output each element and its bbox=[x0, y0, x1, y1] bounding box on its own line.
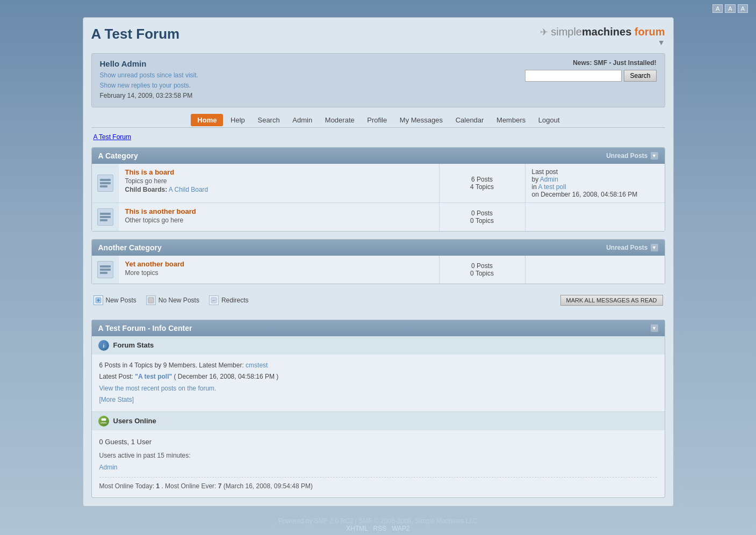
news-label: News: bbox=[573, 59, 592, 67]
unread-posts-link[interactable]: Show unread posts since last visit. bbox=[100, 71, 198, 79]
category-1-name: A Category bbox=[98, 151, 138, 160]
latest-member-link[interactable]: cmstest bbox=[246, 362, 268, 369]
board-2-icon bbox=[97, 208, 113, 226]
svg-text:↩: ↩ bbox=[212, 299, 215, 302]
board-row: This is another board Other topics go he… bbox=[92, 203, 665, 231]
forum-title: A Test Forum bbox=[91, 26, 180, 42]
users-online-body: 0 Guests, 1 User Users active in past 15… bbox=[92, 430, 665, 497]
board-1-children: Child Boards: A Child Board bbox=[125, 186, 433, 193]
last-post-by: by Admin bbox=[532, 176, 658, 183]
stats-line: 6 Posts in 4 Topics by 9 Members. Latest… bbox=[99, 362, 244, 369]
footer-xhtml-link[interactable]: XHTML bbox=[346, 525, 368, 532]
greeting-heading: Hello Admin bbox=[100, 59, 198, 68]
board-1-icon bbox=[97, 175, 113, 192]
forum-stats-header: i Forum Stats bbox=[92, 336, 665, 355]
category-2-unread[interactable]: Unread Posts ▼ bbox=[606, 244, 658, 251]
logo-area: ✈ simplemachines forum ▼ bbox=[540, 26, 665, 47]
footer: Powered by SMF 2.0 RC2 | SMF © 2006-2009… bbox=[0, 507, 756, 535]
forum-stats-body: 6 Posts in 4 Topics by 9 Members. Latest… bbox=[92, 355, 665, 411]
nav-my-messages[interactable]: My Messages bbox=[394, 114, 448, 126]
footer-links: XHTML RSS WAP2 bbox=[11, 525, 745, 532]
font-large-button[interactable]: A bbox=[738, 4, 748, 13]
forum-stats-icon: i bbox=[98, 340, 109, 351]
forum-stats-label: Forum Stats bbox=[113, 341, 154, 349]
news-content: SMF - Just Installed! bbox=[594, 59, 657, 67]
svg-rect-12 bbox=[148, 298, 154, 303]
active-user-link[interactable]: Admin bbox=[99, 464, 118, 471]
footer-wap2-link[interactable]: WAP2 bbox=[392, 525, 410, 532]
category-2: Another Category Unread Posts ▼ Yet anot… bbox=[91, 239, 665, 284]
nav-calendar[interactable]: Calendar bbox=[450, 114, 489, 126]
last-post-label: Last post bbox=[532, 168, 658, 176]
board-2-topics: 0 Topics bbox=[446, 217, 519, 225]
most-online: Most Online Today: 1 . Most Online Ever:… bbox=[99, 477, 657, 493]
nav-help[interactable]: Help bbox=[225, 114, 250, 126]
category-2-chevron-icon: ▼ bbox=[651, 244, 658, 251]
header-search-input[interactable] bbox=[525, 70, 622, 82]
svg-rect-5 bbox=[100, 219, 107, 221]
logo-text: ✈ simplemachines forum bbox=[540, 26, 665, 38]
board-row: This is a board Topics go here Child Boa… bbox=[92, 164, 665, 203]
nav-profile[interactable]: Profile bbox=[362, 114, 392, 126]
redirects-icon: ↩ bbox=[209, 295, 219, 305]
board-3-icon-cell bbox=[92, 256, 119, 284]
header-search-button[interactable]: Search bbox=[624, 70, 656, 82]
board-row: Yet another board More topics 0 Posts 0 … bbox=[92, 256, 665, 284]
footer-rss-link[interactable]: RSS bbox=[373, 525, 386, 532]
legend-bar: New Posts No New Posts ↩ Redirects MARK … bbox=[91, 292, 665, 309]
board-3-stats: 0 Posts 0 Topics bbox=[439, 256, 525, 284]
board-2-stats: 0 Posts 0 Topics bbox=[439, 203, 525, 231]
board-1-topics: 4 Topics bbox=[446, 183, 519, 191]
header-bar: Hello Admin Show unread posts since last… bbox=[91, 53, 665, 107]
new-replies-link[interactable]: Show new replies to your posts. bbox=[100, 82, 191, 89]
svg-text:i: i bbox=[103, 343, 104, 349]
board-1-icon-cell bbox=[92, 164, 119, 203]
breadcrumb: A Test Forum bbox=[91, 132, 665, 142]
last-post-topic-link[interactable]: A test poll bbox=[538, 183, 566, 191]
info-center-header: A Test Forum - Info Center ▼ bbox=[92, 320, 665, 336]
legend-new-posts-label: New Posts bbox=[106, 297, 136, 304]
child-board-link[interactable]: A Child Board bbox=[169, 186, 208, 193]
nav-logout[interactable]: Logout bbox=[533, 114, 565, 126]
mark-all-button[interactable]: MARK ALL MESSAGES AS READ bbox=[560, 295, 663, 306]
latest-post-date: ( December 16, 2008, 04:58:16 PM ) bbox=[174, 373, 279, 380]
nav-home[interactable]: Home bbox=[191, 114, 223, 126]
svg-rect-3 bbox=[100, 213, 111, 215]
legend-no-new-posts-label: No New Posts bbox=[159, 297, 199, 304]
board-1-posts: 6 Posts bbox=[446, 176, 519, 183]
nav-admin[interactable]: Admin bbox=[287, 114, 318, 126]
font-medium-button[interactable]: A bbox=[725, 4, 735, 13]
svg-rect-8 bbox=[100, 272, 107, 274]
svg-rect-7 bbox=[100, 269, 111, 271]
more-stats-link[interactable]: [More Stats] bbox=[99, 396, 134, 403]
legend-redirects: ↩ Redirects bbox=[209, 295, 249, 305]
category-1: A Category Unread Posts ▼ This is a boar… bbox=[91, 147, 665, 232]
legend-redirects-label: Redirects bbox=[221, 297, 249, 304]
header-search-row: Search bbox=[525, 70, 656, 82]
board-3-name-link[interactable]: Yet another board bbox=[125, 260, 185, 268]
users-online-section: Users Online 0 Guests, 1 User Users acti… bbox=[92, 412, 665, 497]
category-1-unread[interactable]: Unread Posts ▼ bbox=[606, 152, 658, 160]
footer-powered: Powered by SMF 2.0 RC2 | SMF © 2006-2009… bbox=[11, 517, 745, 525]
nav-moderate[interactable]: Moderate bbox=[320, 114, 360, 126]
category-1-chevron-icon: ▼ bbox=[651, 152, 658, 160]
board-2-name-link[interactable]: This is another board bbox=[125, 207, 196, 215]
board-2-icon-cell bbox=[92, 203, 119, 231]
font-small-button[interactable]: A bbox=[712, 4, 723, 13]
active-label: Users active in past 15 minutes: bbox=[99, 450, 657, 462]
users-online-label: Users Online bbox=[113, 417, 156, 425]
info-center-chevron-icon: ▼ bbox=[651, 324, 658, 332]
breadcrumb-link[interactable]: A Test Forum bbox=[93, 133, 131, 141]
nav-members[interactable]: Members bbox=[491, 114, 531, 126]
nav-search[interactable]: Search bbox=[252, 114, 285, 126]
users-online-header: Users Online bbox=[92, 412, 665, 430]
online-count: 0 Guests, 1 User bbox=[99, 436, 657, 448]
board-1-name-link[interactable]: This is a board bbox=[125, 168, 175, 176]
board-1-desc: Topics go here bbox=[125, 177, 433, 185]
legend-new-posts: New Posts bbox=[93, 295, 136, 305]
last-post-user-link[interactable]: Admin bbox=[540, 176, 558, 183]
view-recent-link[interactable]: View the most recent posts on the forum. bbox=[99, 385, 217, 392]
board-3-topics: 0 Topics bbox=[446, 270, 519, 277]
latest-post-link[interactable]: "A test poll" bbox=[135, 373, 172, 380]
svg-rect-4 bbox=[100, 216, 111, 218]
